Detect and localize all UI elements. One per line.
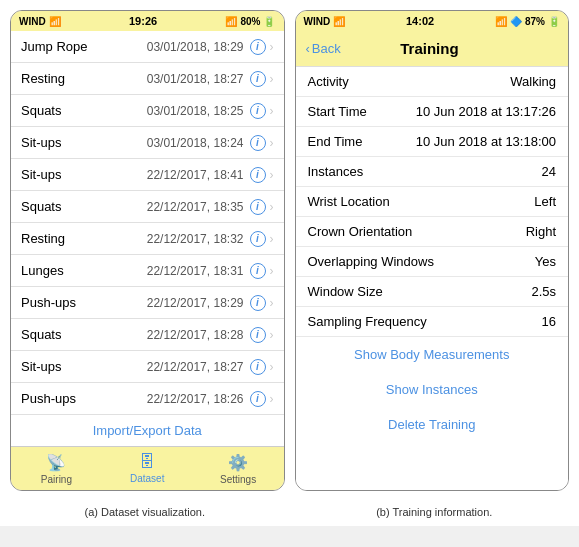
phone2-status-bar: WIND 📶 14:02 📶 🔷 87% 🔋 (296, 11, 569, 31)
detail-value: 2.5s (531, 284, 556, 299)
detail-row: Crown Orientation Right (296, 217, 569, 247)
detail-label: Activity (308, 74, 349, 89)
info-button[interactable]: i (250, 71, 266, 87)
list-item-name: Resting (21, 231, 147, 246)
info-button[interactable]: i (250, 39, 266, 55)
list-item[interactable]: Sit-ups 22/12/2017, 18:27 i › (11, 351, 284, 383)
list-item-date: 22/12/2017, 18:31 (147, 264, 244, 278)
detail-value: Left (534, 194, 556, 209)
phone2-battery-icon: 🔋 (548, 16, 560, 27)
list-item-date: 22/12/2017, 18:35 (147, 200, 244, 214)
detail-value: Right (526, 224, 556, 239)
action-link[interactable]: Delete Training (296, 407, 569, 442)
list-item-name: Resting (21, 71, 147, 86)
list-item-date: 03/01/2018, 18:29 (147, 40, 244, 54)
phone1-carrier: WIND (19, 16, 46, 27)
list-item[interactable]: Resting 03/01/2018, 18:27 i › (11, 63, 284, 95)
list-item[interactable]: Sit-ups 22/12/2017, 18:41 i › (11, 159, 284, 191)
phone2-nav-bar: ‹ Back Training (296, 31, 569, 67)
phone2-actions: Show Body MeasurementsShow InstancesDele… (296, 337, 569, 442)
list-item-name: Sit-ups (21, 135, 147, 150)
phone1-wifi-icon: 📶 (49, 16, 61, 27)
detail-row: Wrist Location Left (296, 187, 569, 217)
phone2-detail-rows: Activity Walking Start Time 10 Jun 2018 … (296, 67, 569, 337)
list-item-name: Push-ups (21, 391, 147, 406)
nav-title: Training (341, 40, 518, 57)
detail-label: Sampling Frequency (308, 314, 427, 329)
detail-value: Yes (535, 254, 556, 269)
detail-row: End Time 10 Jun 2018 at 13:18:00 (296, 127, 569, 157)
info-button[interactable]: i (250, 391, 266, 407)
phone1-status-bar: WIND 📶 19:26 📶 80% 🔋 (11, 11, 284, 31)
detail-value: 10 Jun 2018 at 13:17:26 (416, 104, 556, 119)
list-item[interactable]: Squats 22/12/2017, 18:35 i › (11, 191, 284, 223)
list-item-name: Sit-ups (21, 167, 147, 182)
action-link[interactable]: Show Instances (296, 372, 569, 407)
list-item-date: 22/12/2017, 18:32 (147, 232, 244, 246)
phones-container: WIND 📶 19:26 📶 80% 🔋 Jump Rope 03/01/201… (0, 0, 579, 501)
detail-value: Walking (510, 74, 556, 89)
list-item[interactable]: Jump Rope 03/01/2018, 18:29 i › (11, 31, 284, 63)
phone2-status-left: WIND 📶 (304, 16, 346, 27)
back-button[interactable]: ‹ Back (306, 41, 341, 56)
import-export-link[interactable]: Import/Export Data (11, 415, 284, 446)
info-button[interactable]: i (250, 263, 266, 279)
detail-value: 10 Jun 2018 at 13:18:00 (416, 134, 556, 149)
phone2: WIND 📶 14:02 📶 🔷 87% 🔋 ‹ Back Training A… (295, 10, 570, 491)
detail-label: End Time (308, 134, 363, 149)
chevron-right-icon: › (270, 136, 274, 150)
phone1-list-area: Jump Rope 03/01/2018, 18:29 i › Resting … (11, 31, 284, 446)
phone1-battery-icon: 🔋 (263, 16, 275, 27)
list-item[interactable]: Push-ups 22/12/2017, 18:26 i › (11, 383, 284, 415)
list-item-date: 03/01/2018, 18:27 (147, 72, 244, 86)
phone1-time: 19:26 (129, 15, 157, 27)
info-button[interactable]: i (250, 231, 266, 247)
chevron-right-icon: › (270, 72, 274, 86)
info-button[interactable]: i (250, 199, 266, 215)
chevron-right-icon: › (270, 296, 274, 310)
list-item-date: 22/12/2017, 18:41 (147, 168, 244, 182)
pairing-icon: 📡 (46, 453, 66, 472)
chevron-right-icon: › (270, 360, 274, 374)
phone2-carrier: WIND (304, 16, 331, 27)
phone2-status-right: 📶 🔷 87% 🔋 (495, 16, 560, 27)
tab-dataset[interactable]: 🗄 Dataset (102, 447, 193, 490)
list-item[interactable]: Sit-ups 03/01/2018, 18:24 i › (11, 127, 284, 159)
detail-label: Crown Orientation (308, 224, 413, 239)
list-item-date: 22/12/2017, 18:27 (147, 360, 244, 374)
chevron-right-icon: › (270, 264, 274, 278)
info-button[interactable]: i (250, 327, 266, 343)
info-button[interactable]: i (250, 103, 266, 119)
detail-row: Sampling Frequency 16 (296, 307, 569, 337)
detail-row: Instances 24 (296, 157, 569, 187)
detail-label: Wrist Location (308, 194, 390, 209)
tab-settings[interactable]: ⚙️ Settings (193, 447, 284, 490)
list-item[interactable]: Lunges 22/12/2017, 18:31 i › (11, 255, 284, 287)
phone2-battery: 87% (525, 16, 545, 27)
phone2-detail-area: Activity Walking Start Time 10 Jun 2018 … (296, 67, 569, 490)
info-button[interactable]: i (250, 167, 266, 183)
phone1-status-right: 📶 80% 🔋 (225, 16, 275, 27)
chevron-right-icon: › (270, 392, 274, 406)
list-item-name: Squats (21, 199, 147, 214)
list-item-date: 22/12/2017, 18:28 (147, 328, 244, 342)
phone2-time: 14:02 (406, 15, 434, 27)
list-item[interactable]: Squats 03/01/2018, 18:25 i › (11, 95, 284, 127)
list-item[interactable]: Resting 22/12/2017, 18:32 i › (11, 223, 284, 255)
chevron-right-icon: › (270, 168, 274, 182)
info-button[interactable]: i (250, 359, 266, 375)
action-link[interactable]: Show Body Measurements (296, 337, 569, 372)
detail-label: Window Size (308, 284, 383, 299)
tab-pairing[interactable]: 📡 Pairing (11, 447, 102, 490)
list-item[interactable]: Push-ups 22/12/2017, 18:29 i › (11, 287, 284, 319)
chevron-right-icon: › (270, 200, 274, 214)
info-button[interactable]: i (250, 295, 266, 311)
detail-row: Start Time 10 Jun 2018 at 13:17:26 (296, 97, 569, 127)
tab-settings-label: Settings (220, 474, 256, 485)
chevron-right-icon: › (270, 104, 274, 118)
list-item-date: 03/01/2018, 18:24 (147, 136, 244, 150)
info-button[interactable]: i (250, 135, 266, 151)
detail-row: Activity Walking (296, 67, 569, 97)
list-item[interactable]: Squats 22/12/2017, 18:28 i › (11, 319, 284, 351)
phone2-wifi-icon: 📶 (333, 16, 345, 27)
